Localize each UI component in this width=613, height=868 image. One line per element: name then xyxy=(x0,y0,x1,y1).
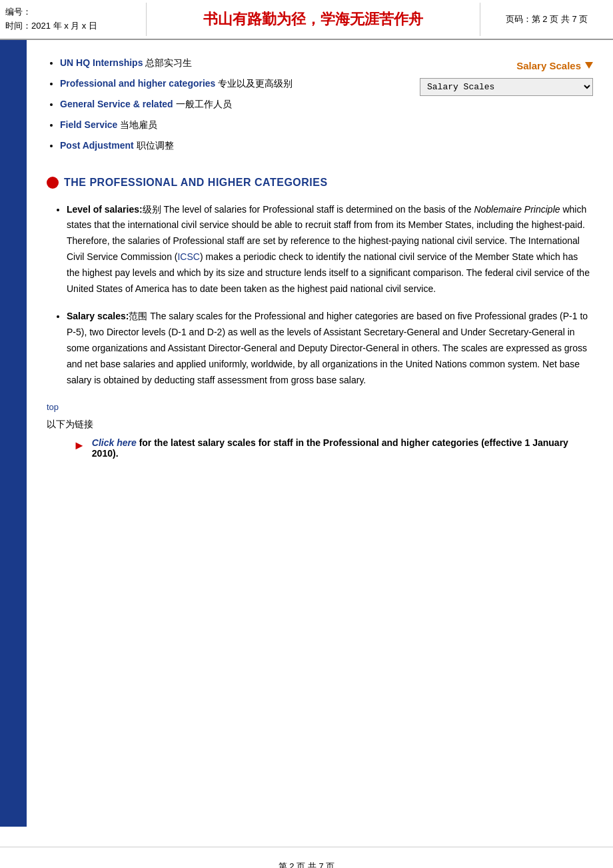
click-here-link[interactable]: Click here xyxy=(92,437,137,448)
red-bullet-icon xyxy=(47,177,59,189)
term-salary-scales: Salary scales: xyxy=(67,311,129,321)
nav-item-zh-4: 职位调整 xyxy=(137,141,174,151)
section-title-text: THE PROFESSIONAL AND HIGHER CATEGORIES xyxy=(64,177,328,189)
nav-link-internships[interactable]: UN HQ Internships xyxy=(60,57,143,68)
nav-link-professional[interactable]: Professional and higher categories xyxy=(60,78,215,89)
nav-item-zh-1: 专业以及更高级别 xyxy=(218,79,293,89)
header-id-label: 编号： xyxy=(5,5,141,19)
top-link-container: top xyxy=(47,401,593,412)
nav-item-zh-3: 当地雇员 xyxy=(120,120,157,130)
zh-note: 以下为链接 xyxy=(47,419,593,431)
dropdown-section: Salary Scales Salary Scales xyxy=(420,53,593,157)
main-content: UN HQ Internships 总部实习生 Professional and… xyxy=(27,40,613,827)
header-center-text: 书山有路勤为径，学海无涯苦作舟 xyxy=(147,3,480,36)
nav-list: UN HQ Internships 总部实习生 Professional and… xyxy=(47,53,406,157)
nav-link-field-service[interactable]: Field Service xyxy=(60,119,117,130)
salary-scales-body: The salary scales for the Professional a… xyxy=(67,311,588,385)
salary-scales-dropdown[interactable]: Salary Scales xyxy=(420,78,593,96)
list-item: Field Service 当地雇员 xyxy=(60,115,406,135)
dropdown-arrow-icon xyxy=(585,62,593,69)
top-nav-area: UN HQ Internships 总部实习生 Professional and… xyxy=(47,53,593,157)
list-item: General Service & related 一般工作人员 xyxy=(60,95,406,114)
nav-link-general-service[interactable]: General Service & related xyxy=(60,99,173,109)
dropdown-label-text: Salary Scales xyxy=(516,60,581,71)
nav-link-post-adjustment[interactable]: Post Adjustment xyxy=(60,140,134,151)
page-footer: 第 2 页 共 7 页 xyxy=(0,847,613,868)
list-item: Professional and higher categories 专业以及更… xyxy=(60,74,406,93)
page-header: 编号： 时间：2021 年 x 月 x 日 书山有路勤为径，学海无涯苦作舟 页码… xyxy=(0,0,613,40)
term-level-of-salaries: Level of salaries: xyxy=(67,204,143,215)
header-left: 编号： 时间：2021 年 x 月 x 日 xyxy=(0,3,147,36)
click-here-section: ► Click here for the latest salary scale… xyxy=(47,437,593,459)
page-body: UN HQ Internships 总部实习生 Professional and… xyxy=(0,40,613,827)
sidebar-blue xyxy=(0,40,27,827)
list-item-level-of-salaries: Level of salaries:级别 The level of salari… xyxy=(67,202,593,297)
list-item: Post Adjustment 职位调整 xyxy=(60,136,406,155)
click-here-text: Click here for the latest salary scales … xyxy=(92,437,568,459)
section-title-row: THE PROFESSIONAL AND HIGHER CATEGORIES xyxy=(47,177,593,189)
nav-item-zh-2: 一般工作人员 xyxy=(176,99,232,109)
footer-page-number: 第 2 页 共 7 页 xyxy=(279,861,335,868)
icsc-link[interactable]: ICSC xyxy=(177,251,199,262)
list-item-salary-scales: Salary scales:范围 The salary scales for t… xyxy=(67,309,593,388)
list-item: UN HQ Internships 总部实习生 xyxy=(60,53,406,73)
term-zh-level: 级别 xyxy=(143,205,161,215)
arrow-right-icon: ► xyxy=(73,439,85,453)
click-here-body: for the latest salary scales for staff i… xyxy=(92,437,568,459)
content-list: Level of salaries:级别 The level of salari… xyxy=(47,202,593,389)
click-here-text-block: Click here for the latest salary scales … xyxy=(92,437,593,459)
top-link[interactable]: top xyxy=(47,402,59,412)
header-date-label: 时间：2021 年 x 月 x 日 xyxy=(5,19,141,33)
term-zh-salary: 范围 xyxy=(129,311,147,321)
nav-item-zh-0: 总部实习生 xyxy=(145,58,192,68)
dropdown-label: Salary Scales xyxy=(420,60,593,71)
header-page-number: 页码：第 2 页 共 7 页 xyxy=(480,3,613,36)
noblemaire-em: Noblemaire Principle xyxy=(474,204,560,215)
